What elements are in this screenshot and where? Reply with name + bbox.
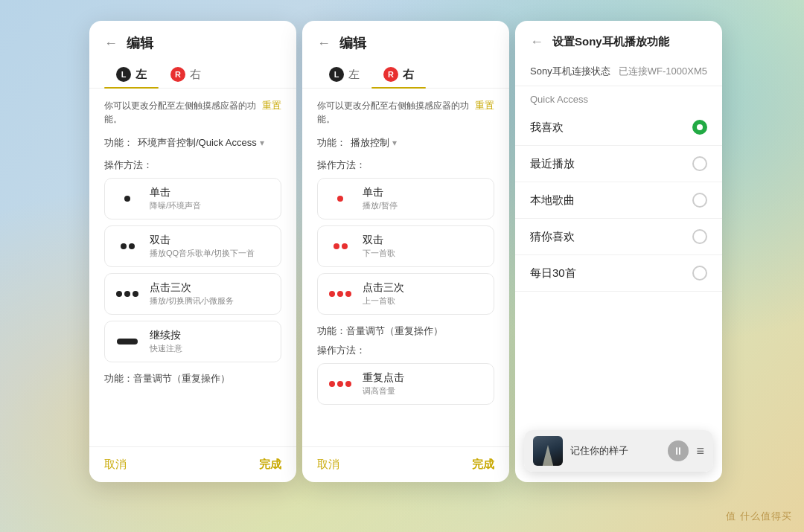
panel1-tab-left[interactable]: L 左 [104, 60, 159, 88]
panel2-repeat-dots [327, 381, 354, 387]
panel1-dot3a [116, 291, 122, 297]
panel2-footer: 取消 完成 [302, 446, 509, 482]
panel1-func2-label: 功能：音量调节（重复操作） [104, 373, 230, 384]
panel1-done-btn[interactable]: 完成 [259, 458, 281, 472]
radio-item-recent[interactable]: 最近播放 [515, 146, 722, 182]
panel2-dot1 [337, 196, 343, 202]
panel1-title: 编辑 [127, 34, 153, 52]
panel1-triple-desc: 点击三次 播放/切换腾讯小微服务 [150, 281, 272, 307]
panel2-repeat-desc: 重复点击 调高音量 [363, 371, 485, 397]
music-player-container: 记住你的样子 ⏸ ≡ [515, 421, 722, 482]
panel2-ops2-label: 操作方法： [317, 344, 494, 357]
panel2-func-value: 播放控制 [351, 136, 389, 150]
panel2-dropdown-arrow: ▾ [392, 138, 397, 148]
panel2-badge-left: L [329, 67, 344, 82]
panel2-single-name: 单击 [363, 186, 485, 199]
panel2-single-desc: 单击 播放/暂停 [363, 186, 485, 211]
panel1-long-sub: 快速注意 [150, 343, 272, 354]
panel2-double-name: 双击 [363, 234, 485, 247]
panel2-rdot3 [345, 381, 351, 387]
panel2-tab-right[interactable]: R 右 [371, 60, 426, 88]
panel2-op-repeat: 重复点击 调高音量 [317, 363, 494, 405]
panel1-footer: 取消 完成 [89, 446, 296, 482]
panel2-repeat-name: 重复点击 [363, 371, 485, 385]
panel2-badge-right: R [383, 67, 398, 82]
panel1-single-name: 单击 [150, 186, 272, 199]
panel2-single-dots [327, 196, 354, 202]
radio-circle-local [692, 193, 707, 208]
radio-inner-favorites [697, 124, 703, 130]
panel1-desc-row: 你可以更改分配至左侧触摸感应器的功能。 重置 [104, 99, 281, 126]
sony-back-arrow[interactable]: ← [530, 34, 543, 50]
sony-status-label: Sony耳机连接状态 [530, 65, 610, 78]
panel1-double-name: 双击 [150, 234, 272, 247]
panel1-back-arrow[interactable]: ← [104, 36, 118, 51]
panel2-done-btn[interactable]: 完成 [472, 458, 494, 472]
panel2-func-select[interactable]: 播放控制 ▾ [351, 136, 397, 150]
panel2-dot3b [337, 291, 343, 297]
panel2-func-label: 功能： [317, 136, 346, 150]
radio-label-recent: 最近播放 [530, 157, 575, 171]
panel1-cancel-btn[interactable]: 取消 [104, 458, 127, 472]
panel1-dot2b [129, 243, 135, 249]
watermark: 值 什么值得买 [726, 510, 792, 523]
panel1-long-dot [117, 339, 138, 344]
panel2-tab-right-label: 右 [403, 68, 414, 82]
panel1-op-single: 单击 降噪/环境声音 [104, 178, 281, 219]
panel1-dropdown-arrow: ▾ [260, 138, 264, 148]
panel1-header: ← 编辑 [89, 21, 296, 60]
radio-label-favorites: 我喜欢 [530, 121, 564, 135]
panel1-func-select[interactable]: 环境声音控制/Quick Access ▾ [138, 136, 264, 150]
panel1-reset-btn[interactable]: 重置 [262, 99, 281, 112]
panel2-header: ← 编辑 [302, 21, 509, 60]
panel1-badge-right: R [170, 67, 185, 82]
radio-label-recommend: 猜你喜欢 [530, 230, 575, 244]
panel2-func-row: 功能： 播放控制 ▾ [317, 136, 494, 150]
sony-settings-panel: ← 设置Sony耳机播放功能 Sony耳机连接状态 已连接WF-1000XM5 … [515, 21, 722, 482]
panel1-tab-right[interactable]: R 右 [159, 60, 213, 88]
panel2-single-sub: 播放/暂停 [363, 200, 485, 211]
panel2-triple-sub: 上一首歌 [363, 295, 485, 307]
panel1-func-label: 功能： [104, 136, 133, 150]
radio-item-favorites[interactable]: 我喜欢 [515, 109, 722, 146]
panel1-double-sub: 播放QQ音乐歌单/切换下一首 [150, 248, 272, 259]
radio-item-daily[interactable]: 每日30首 [515, 255, 722, 292]
panel2-tab-left[interactable]: L 左 [317, 60, 371, 88]
panel1-dot1 [124, 196, 130, 202]
sony-header: ← 设置Sony耳机播放功能 [515, 21, 722, 57]
edit-panel-right: ← 编辑 L 左 R 右 你可以更改分配至右侧触摸感应器的功能。 重置 [302, 21, 509, 482]
play-pause-button[interactable]: ⏸ [668, 440, 689, 461]
panel1-desc: 你可以更改分配至左侧触摸感应器的功能。 [104, 99, 256, 126]
radio-item-local[interactable]: 本地歌曲 [515, 182, 722, 219]
panel1-func-row: 功能： 环境声音控制/Quick Access ▾ [104, 136, 281, 150]
panel1-double-dots [114, 243, 141, 249]
panel1-op-double: 双击 播放QQ音乐歌单/切换下一首 [104, 225, 281, 267]
panel1-triple-sub: 播放/切换腾讯小微服务 [150, 295, 272, 307]
panel1-dot3b [124, 291, 130, 297]
panel2-title: 编辑 [339, 34, 366, 52]
panel2-double-sub: 下一首歌 [363, 248, 485, 259]
panel2-op-triple: 点击三次 上一首歌 [317, 273, 494, 315]
panel2-func2-label: 功能：音量调节（重复操作） [317, 325, 443, 336]
music-player-bar: 记住你的样子 ⏸ ≡ [524, 430, 713, 472]
radio-item-recommend[interactable]: 猜你喜欢 [515, 219, 722, 255]
panel2-back-arrow[interactable]: ← [317, 36, 331, 51]
panel1-ops-label: 操作方法： [104, 158, 281, 172]
panel1-func2-section: 功能：音量调节（重复操作） [104, 371, 281, 385]
panel2-dot3c [345, 291, 351, 297]
panel2-cancel-btn[interactable]: 取消 [317, 458, 339, 472]
panel2-double-desc: 双击 下一首歌 [363, 234, 485, 259]
panel1-body: 你可以更改分配至左侧触摸感应器的功能。 重置 功能： 环境声音控制/Quick … [89, 89, 296, 402]
panel1-triple-name: 点击三次 [150, 281, 272, 295]
music-controls: ⏸ ≡ [668, 440, 704, 461]
panel1-tab-left-label: 左 [135, 68, 147, 82]
panel1-dot3c [133, 291, 138, 297]
panel1-triple-dots [114, 291, 141, 297]
radio-circle-daily [692, 266, 707, 281]
panel2-op-single: 单击 播放/暂停 [317, 178, 494, 219]
playlist-button[interactable]: ≡ [696, 443, 704, 459]
panel2-reset-btn[interactable]: 重置 [475, 99, 494, 112]
panel1-op-triple: 点击三次 播放/切换腾讯小微服务 [104, 273, 281, 315]
sony-status-row: Sony耳机连接状态 已连接WF-1000XM5 [515, 57, 722, 86]
panel1-long-dots [114, 339, 141, 344]
